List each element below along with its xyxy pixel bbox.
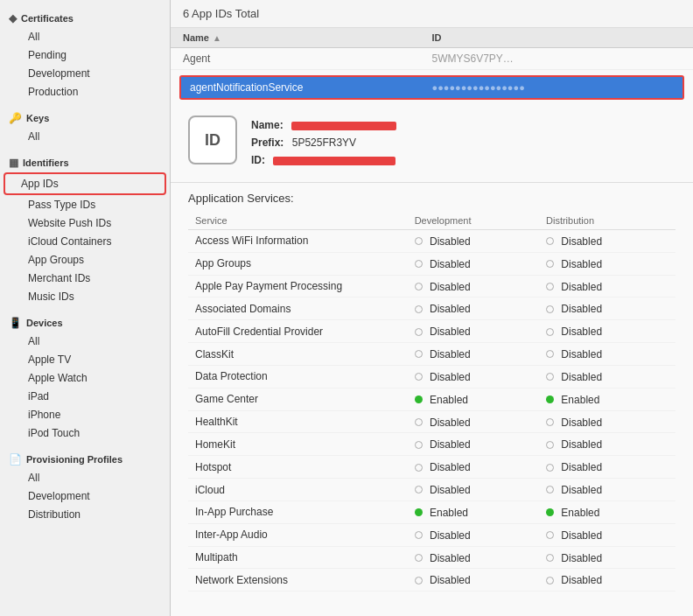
service-name: In-App Purchase	[188, 500, 408, 523]
service-dev-status: Disabled	[408, 523, 539, 546]
service-dev-status: Disabled	[408, 456, 539, 479]
certificates-icon: ◆	[9, 12, 17, 24]
dist-status-dot	[546, 508, 554, 516]
dist-status-text: Disabled	[561, 303, 602, 315]
service-name: Associated Domains	[188, 298, 408, 320]
prefix-label: Prefix:	[251, 136, 284, 149]
service-dev-status: Enabled	[408, 388, 539, 410]
service-row: iCloud Disabled Disabled	[188, 479, 676, 501]
sidebar-item-app-groups[interactable]: App Groups	[4, 251, 166, 269]
service-dist-status: Disabled	[539, 479, 676, 501]
sidebar-section-keys[interactable]: 🔑 Keys	[0, 107, 170, 127]
dev-status-dot	[415, 328, 423, 336]
dev-status-text: Disabled	[430, 326, 471, 338]
dist-status-text: Disabled	[561, 574, 602, 586]
service-row: Network Extensions Disabled Disabled	[188, 569, 676, 592]
services-title: Application Services:	[188, 192, 676, 205]
service-dist-status: Disabled	[539, 320, 676, 343]
service-dev-status: Disabled	[408, 569, 539, 592]
dist-status-dot	[546, 418, 554, 426]
col-id-header[interactable]: ID	[432, 32, 682, 43]
service-dev-status: Disabled	[408, 320, 539, 343]
sidebar-item-pass-type-ids[interactable]: Pass Type IDs	[4, 196, 166, 214]
service-dev-status: Disabled	[408, 365, 539, 388]
sidebar-item-all-certs[interactable]: All	[4, 28, 166, 46]
dist-status-text: Disabled	[561, 438, 602, 451]
sidebar-item-pending[interactable]: Pending	[4, 46, 166, 64]
sidebar-item-website-push-ids[interactable]: Website Push IDs	[4, 214, 166, 232]
table-row-ghost[interactable]: Agent 5WMYS6V7PY…	[171, 48, 693, 70]
service-dev-status: Enabled	[408, 500, 539, 523]
sidebar-item-ipad[interactable]: iPad	[4, 388, 166, 405]
service-dist-status: Disabled	[539, 456, 676, 479]
dev-status-text: Disabled	[430, 574, 471, 586]
sidebar-item-ipod-touch[interactable]: iPod Touch	[4, 424, 166, 442]
dev-status-dot	[415, 283, 423, 290]
sidebar-item-all-devices[interactable]: All	[4, 332, 166, 350]
service-name: Data Protection	[188, 365, 408, 388]
service-row: In-App Purchase Enabled Enabled	[188, 500, 676, 523]
service-row: Access WiFi Information Disabled Disable…	[188, 230, 676, 253]
dev-status-text: Disabled	[430, 484, 471, 496]
total-count: 6 App IDs Total	[171, 0, 693, 28]
dist-status-text: Enabled	[561, 394, 599, 406]
sidebar-item-development-cert[interactable]: Development	[4, 65, 166, 82]
detail-name-row: Name:	[251, 119, 396, 131]
service-row: HealthKit Disabled Disabled	[188, 410, 676, 433]
service-dist-status: Disabled	[539, 343, 676, 366]
dev-status-text: Disabled	[430, 235, 471, 248]
service-dist-status: Disabled	[539, 275, 676, 298]
sidebar-section-certificates[interactable]: ◆ Certificates	[0, 7, 170, 27]
dev-status-dot	[415, 260, 423, 268]
dev-status-text: Disabled	[430, 371, 471, 383]
devices-icon: 📱	[9, 317, 22, 329]
sidebar-item-apple-tv[interactable]: Apple TV	[4, 351, 166, 368]
service-dev-status: Disabled	[408, 410, 539, 433]
sidebar-section-identifiers[interactable]: ▦ Identifiers	[0, 151, 170, 172]
sidebar-item-all-keys[interactable]: All	[4, 128, 166, 145]
dist-status-dot	[546, 577, 554, 584]
service-name: Game Center	[188, 388, 408, 410]
dist-status-text: Disabled	[561, 551, 602, 564]
sort-arrow-icon: ▲	[213, 33, 221, 43]
id-redacted	[273, 157, 396, 165]
sidebar-section-devices[interactable]: 📱 Devices	[0, 312, 170, 332]
selected-row[interactable]: agentNotificationService ●●●●●●●●●●●●●●●…	[181, 77, 682, 98]
sidebar-item-development-prov[interactable]: Development	[4, 487, 166, 505]
col-name-header[interactable]: Name ▲	[183, 32, 432, 43]
sidebar-item-production[interactable]: Production	[4, 83, 166, 101]
service-row: Multipath Disabled Disabled	[188, 546, 676, 569]
sidebar-item-distribution[interactable]: Distribution	[4, 506, 166, 523]
sidebar-item-appids[interactable]: App IDs	[4, 172, 166, 195]
sidebar-item-icloud-containers[interactable]: iCloud Containers	[4, 233, 166, 250]
provisioning-icon: 📄	[9, 453, 22, 466]
services-section: Application Services: Service Developmen…	[171, 183, 693, 600]
dist-status-dot	[546, 441, 554, 449]
dist-status-dot	[546, 328, 554, 336]
service-row: ClassKit Disabled Disabled	[188, 343, 676, 366]
sidebar-item-apple-watch[interactable]: Apple Watch	[4, 369, 166, 387]
service-row: App Groups Disabled Disabled	[188, 252, 676, 275]
selected-row-id: ●●●●●●●●●●●●●●●●	[432, 81, 675, 94]
dist-status-dot	[546, 531, 554, 539]
dev-status-dot	[415, 373, 423, 381]
dev-status-dot	[415, 486, 423, 494]
selected-row-wrapper: agentNotificationService ●●●●●●●●●●●●●●●…	[179, 75, 684, 100]
service-name: Inter-App Audio	[188, 523, 408, 546]
sidebar-item-all-provisioning[interactable]: All	[4, 469, 166, 486]
service-dev-status: Disabled	[408, 275, 539, 298]
sidebar-section-provisioning[interactable]: 📄 Provisioning Profiles	[0, 448, 170, 468]
service-dist-status: Disabled	[539, 230, 676, 253]
service-col-header: Service	[188, 212, 408, 230]
service-name: Hotspot	[188, 456, 408, 479]
service-name: Network Extensions	[188, 569, 408, 592]
service-dist-status: Disabled	[539, 523, 676, 546]
dev-status-dot	[415, 554, 423, 562]
service-dist-status: Disabled	[539, 410, 676, 433]
sidebar-item-merchant-ids[interactable]: Merchant IDs	[4, 270, 166, 287]
dev-status-text: Disabled	[430, 461, 471, 473]
sidebar-item-iphone[interactable]: iPhone	[4, 406, 166, 424]
sidebar-item-music-ids[interactable]: Music IDs	[4, 288, 166, 305]
dist-status-text: Disabled	[561, 461, 602, 473]
dev-status-text: Disabled	[430, 416, 471, 428]
